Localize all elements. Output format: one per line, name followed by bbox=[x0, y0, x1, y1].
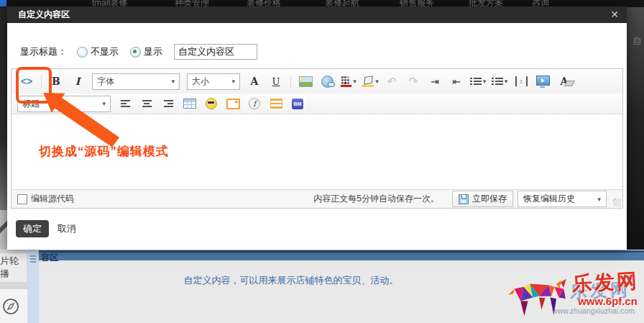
section-header-bar: 容区 bbox=[0, 250, 644, 260]
bold-icon: B bbox=[52, 76, 60, 87]
chevron-down-icon: ▾ bbox=[505, 78, 508, 85]
radio-show-label[interactable]: 显示 bbox=[144, 45, 162, 58]
ok-button[interactable]: 确定 bbox=[16, 220, 49, 237]
background-color-button[interactable]: ▾ bbox=[362, 73, 379, 90]
save-now-label: 立即保存 bbox=[472, 193, 507, 205]
title-input[interactable] bbox=[174, 44, 257, 60]
watermark-site-name: 乐发网 bbox=[571, 268, 640, 299]
line-height-icon: ↕ bbox=[515, 76, 528, 86]
font-size-value: 大小 bbox=[192, 76, 209, 88]
screenshot-button[interactable] bbox=[224, 95, 242, 112]
bookmark-button[interactable]: BM bbox=[289, 95, 306, 112]
insert-table-button[interactable] bbox=[181, 95, 198, 112]
sidebar-item-label: 片轮播 bbox=[0, 255, 27, 281]
font-size-select[interactable]: 大小 ▾ bbox=[187, 73, 240, 90]
emoji-icon bbox=[206, 98, 217, 109]
radio-hide-label[interactable]: 不显示 bbox=[91, 45, 119, 58]
font-color-icon bbox=[341, 76, 351, 87]
drag-grip-icon[interactable] bbox=[30, 255, 36, 263]
text-style-button[interactable]: A bbox=[246, 73, 263, 90]
chevron-down-icon: ▾ bbox=[353, 78, 356, 85]
align-right-button[interactable] bbox=[160, 95, 177, 112]
restore-history-button[interactable]: 恢复编辑历史 ▾ bbox=[518, 191, 607, 207]
dimmed-text-fragment: 自 bbox=[632, 35, 642, 47]
watermark-sub-url: www.zhuangxiuzhai.com bbox=[552, 306, 635, 315]
indent-button[interactable]: ⇥ bbox=[426, 73, 443, 90]
chevron-down-icon: ▾ bbox=[483, 78, 487, 85]
dialog-title: 自定义内容区 bbox=[18, 6, 70, 23]
custom-content-dialog: 自定义内容区 ✕ 显示标题： 不显示 显示 <> B I bbox=[7, 6, 627, 250]
compass-icon bbox=[1, 297, 20, 316]
align-center-icon bbox=[142, 100, 152, 107]
line-height-button[interactable]: ↕ bbox=[512, 73, 530, 90]
insert-flash-button[interactable]: f bbox=[246, 95, 263, 112]
annotation-arrow-icon bbox=[40, 93, 128, 149]
background-page: 容区 片轮播 自定义内容，可以用来展示店铺特色的宝贝、活动。 乐发网 bbox=[0, 250, 644, 323]
bullet-list-icon bbox=[470, 78, 482, 85]
align-right-icon bbox=[164, 100, 173, 107]
screen: tmall装修 种类管理 装修价格 装修起航 销售服务 批发方案 咨询 自 容区… bbox=[0, 0, 644, 323]
screenshot-icon bbox=[226, 99, 240, 109]
sidebar-item-carousel[interactable]: 片轮播 bbox=[0, 253, 27, 282]
radio-hide[interactable] bbox=[77, 47, 88, 58]
underline-icon: U bbox=[272, 76, 280, 87]
insert-image-button[interactable] bbox=[297, 73, 314, 90]
close-icon[interactable]: ✕ bbox=[608, 6, 621, 23]
undo-icon: ↶ bbox=[387, 75, 397, 88]
autosave-text: 内容正文每5分钟自动保存一次。 bbox=[313, 193, 439, 205]
font-family-select[interactable]: 字体 ▾ bbox=[92, 73, 180, 90]
numbered-list-icon bbox=[492, 78, 503, 85]
cancel-button[interactable]: 取消 bbox=[58, 220, 76, 237]
italic-icon: I bbox=[75, 76, 80, 87]
redo-icon: ↷ bbox=[409, 75, 418, 88]
edit-source-checkbox[interactable] bbox=[17, 194, 27, 204]
text-style-icon: A bbox=[251, 76, 259, 87]
flash-icon: f bbox=[249, 98, 260, 109]
unordered-list-button[interactable]: ▾ bbox=[469, 73, 487, 90]
chevron-down-icon: ▾ bbox=[375, 78, 379, 85]
section-title-fragment: 容区 bbox=[41, 252, 58, 264]
align-center-button[interactable] bbox=[138, 95, 155, 112]
indent-icon: ⇥ bbox=[431, 76, 439, 87]
save-disk-icon bbox=[459, 194, 469, 204]
show-title-label: 显示标题： bbox=[20, 45, 67, 58]
emoji-button[interactable] bbox=[203, 95, 220, 112]
watermark-url: www.6pf.cn bbox=[578, 295, 638, 307]
sidebar-item-compass[interactable] bbox=[0, 289, 28, 323]
page-break-icon bbox=[270, 99, 282, 109]
table-icon bbox=[183, 99, 196, 109]
resize-grip[interactable] bbox=[613, 199, 621, 206]
underline-button[interactable]: U bbox=[267, 73, 285, 90]
show-title-row: 显示标题： 不显示 显示 bbox=[20, 43, 257, 60]
italic-button[interactable]: I bbox=[69, 73, 86, 90]
insert-video-button[interactable] bbox=[534, 73, 551, 90]
editor-bottom-bar: 编辑源代码 内容正文每5分钟自动保存一次。 立即保存 恢复编辑历史 ▾ bbox=[12, 189, 622, 208]
paint-bucket-icon bbox=[362, 76, 374, 87]
background-sidebar: 片轮播 bbox=[0, 250, 27, 323]
bookmark-icon: BM bbox=[292, 99, 303, 109]
radio-show[interactable] bbox=[130, 47, 141, 58]
chevron-down-icon: ▾ bbox=[597, 196, 601, 203]
collapse-strip[interactable] bbox=[27, 250, 39, 323]
insert-link-button[interactable] bbox=[318, 73, 336, 90]
video-icon bbox=[536, 76, 550, 86]
outdent-button[interactable]: ⇤ bbox=[448, 73, 465, 90]
font-color-button[interactable]: ▾ bbox=[340, 73, 357, 90]
page-break-button[interactable] bbox=[267, 95, 285, 112]
font-family-value: 字体 bbox=[97, 76, 114, 88]
outdent-icon: ⇤ bbox=[452, 76, 461, 87]
undo-button[interactable]: ↶ bbox=[383, 73, 400, 90]
remove-format-icon: A bbox=[561, 76, 569, 87]
annotation-text: 切换成“源码”编辑模式 bbox=[39, 143, 169, 160]
redo-button[interactable]: ↷ bbox=[405, 73, 422, 90]
save-now-button[interactable]: 立即保存 bbox=[452, 191, 513, 207]
remove-format-button[interactable]: A bbox=[556, 73, 573, 90]
chevron-down-icon: ▾ bbox=[231, 78, 235, 85]
image-icon bbox=[299, 76, 313, 87]
editor-toolbar-row1: <> B I 字体 ▾ 大小 ▾ A bbox=[12, 69, 622, 94]
dimmed-page-left bbox=[0, 7, 7, 250]
dimmed-page-right: 自 bbox=[627, 7, 644, 250]
ordered-list-button[interactable]: ▾ bbox=[491, 73, 508, 90]
dimmed-page-left-detail bbox=[0, 210, 7, 250]
edit-source-label[interactable]: 编辑源代码 bbox=[31, 193, 74, 205]
